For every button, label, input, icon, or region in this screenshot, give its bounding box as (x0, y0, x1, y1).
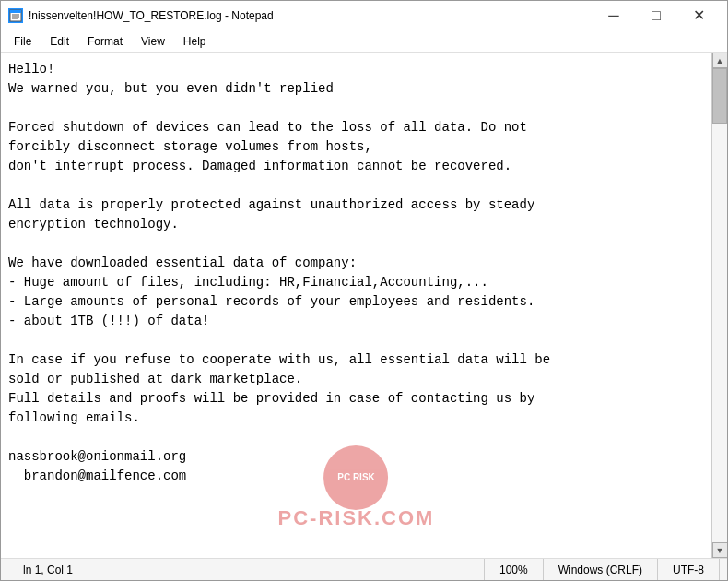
scroll-down-arrow[interactable]: ▼ (712, 542, 728, 558)
maximize-button[interactable]: □ (635, 1, 677, 30)
scroll-up-arrow[interactable]: ▲ (712, 53, 728, 68)
menu-help[interactable]: Help (174, 31, 216, 52)
document-text[interactable]: Hello! We warned you, but you even didn'… (8, 56, 704, 490)
cursor-position: ln 1, Col 1 (8, 559, 485, 580)
menu-edit[interactable]: Edit (41, 31, 78, 52)
close-button[interactable]: ✕ (677, 1, 720, 30)
notepad-icon (8, 8, 23, 23)
zoom-level: 100% (485, 559, 544, 580)
watermark-text: PC-RISK.COM (278, 506, 435, 530)
text-area-wrapper[interactable]: Hello! We warned you, but you even didn'… (1, 53, 711, 558)
title-bar: !nissenvelten!HOW_TO_RESTORE.log - Notep… (1, 1, 727, 30)
menu-file[interactable]: File (5, 31, 41, 52)
minimize-button[interactable]: ─ (593, 1, 635, 30)
content-area: Hello! We warned you, but you even didn'… (1, 53, 727, 558)
menu-format[interactable]: Format (78, 31, 132, 52)
scrollbar[interactable]: ▲ ▼ (711, 53, 727, 558)
notepad-window: !nissenvelten!HOW_TO_RESTORE.log - Notep… (0, 0, 728, 581)
menu-bar: File Edit Format View Help (1, 30, 727, 53)
svg-rect-1 (10, 10, 21, 13)
menu-view[interactable]: View (132, 31, 174, 52)
scrollbar-thumb[interactable] (712, 68, 727, 124)
window-title: !nissenvelten!HOW_TO_RESTORE.log - Notep… (29, 9, 593, 22)
encoding: UTF-8 (658, 559, 720, 580)
line-ending: Windows (CRLF) (544, 559, 658, 580)
status-bar: ln 1, Col 1 100% Windows (CRLF) UTF-8 (1, 558, 727, 580)
window-controls: ─ □ ✕ (593, 1, 720, 30)
scrollbar-track[interactable] (712, 68, 727, 542)
